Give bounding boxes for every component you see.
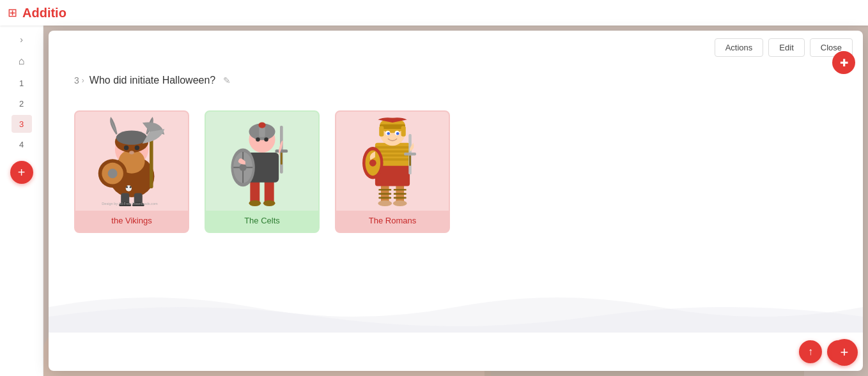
svg-point-22	[249, 200, 261, 206]
nav-up-button[interactable]: ↑	[799, 340, 822, 363]
modal-header: Actions Edit Close	[49, 31, 863, 62]
card-vikings-label: the Vikings	[75, 211, 188, 232]
card-romans-label: The Romans	[336, 211, 449, 232]
svg-point-47	[378, 200, 392, 206]
svg-point-18	[130, 186, 132, 188]
modal-footer: ↑ ↓	[49, 333, 863, 371]
sidebar-item-1[interactable]: 1	[12, 74, 32, 92]
card-celts-label: The Celts	[206, 211, 318, 232]
bottom-add-button[interactable]: +	[831, 339, 858, 366]
question-edit-icon[interactable]: ✎	[223, 75, 231, 86]
card-romans-image	[336, 112, 449, 211]
svg-rect-44	[394, 188, 407, 190]
svg-point-23	[263, 200, 275, 206]
svg-rect-45	[394, 193, 407, 195]
svg-point-48	[393, 200, 407, 206]
card-romans[interactable]: The Romans	[335, 110, 450, 233]
svg-point-16	[126, 185, 132, 191]
actions-button[interactable]: Actions	[715, 38, 764, 57]
svg-rect-65	[404, 153, 416, 156]
question-text: Who did initiate Halloween?	[89, 75, 215, 86]
svg-rect-46	[394, 197, 407, 199]
sidebar-item-3[interactable]: 3	[12, 115, 32, 133]
svg-rect-66	[409, 155, 411, 165]
app-grid-icon[interactable]: ⊞	[8, 6, 17, 20]
svg-point-17	[126, 186, 128, 188]
svg-rect-43	[378, 197, 391, 199]
svg-point-4	[116, 130, 148, 144]
svg-point-7	[129, 151, 134, 154]
svg-point-33	[258, 122, 265, 128]
svg-rect-58	[379, 126, 384, 136]
svg-rect-37	[275, 149, 288, 153]
svg-point-6	[135, 145, 139, 149]
top-bar: ⊞ Additio	[0, 0, 868, 26]
sidebar-chevron-icon[interactable]: ›	[12, 31, 32, 49]
sidebar-item-2[interactable]: 2	[12, 94, 32, 112]
svg-point-62	[387, 132, 390, 135]
card-celts[interactable]: The Celts	[205, 110, 320, 233]
app-title: Additio	[22, 6, 66, 20]
card-vikings-image: Design by All-Free-Downloads.com	[75, 112, 188, 211]
svg-point-69	[369, 159, 376, 166]
svg-point-5	[124, 145, 128, 149]
svg-rect-42	[378, 193, 391, 195]
card-vikings[interactable]: Design by All-Free-Downloads.com the Vik…	[74, 110, 189, 233]
svg-rect-41	[378, 188, 391, 190]
modal-overlay: Actions Edit Close 3 › Who did initiate …	[43, 26, 868, 376]
right-help-icon[interactable]: ✚	[832, 51, 855, 74]
question-header: 3 › Who did initiate Halloween? ✎	[74, 75, 837, 86]
svg-point-29	[240, 163, 247, 170]
modal: Actions Edit Close 3 › Who did initiate …	[49, 31, 863, 371]
card-celts-image	[206, 112, 318, 211]
svg-point-63	[396, 132, 399, 135]
sidebar-home-icon[interactable]: ⌂	[12, 51, 32, 71]
sidebar-add-button[interactable]: +	[10, 161, 33, 184]
sidebar-item-4[interactable]: 4	[12, 135, 32, 153]
question-chevron-icon: ›	[82, 76, 84, 85]
question-number: 3 ›	[74, 75, 84, 86]
edit-button[interactable]: Edit	[768, 38, 804, 57]
svg-point-35	[264, 137, 268, 142]
sidebar: › ⌂ 1 2 3 4 +	[0, 26, 43, 376]
cards-container: Design by All-Free-Downloads.com the Vik…	[74, 105, 837, 238]
modal-content: 3 › Who did initiate Halloween? ✎	[49, 62, 863, 333]
svg-point-11	[108, 169, 118, 178]
svg-text:Design by All-Free-Downloads.c: Design by All-Free-Downloads.com	[102, 202, 158, 206]
svg-rect-59	[401, 126, 406, 136]
svg-point-34	[256, 137, 260, 142]
svg-rect-38	[281, 153, 283, 165]
svg-rect-51	[375, 146, 410, 149]
